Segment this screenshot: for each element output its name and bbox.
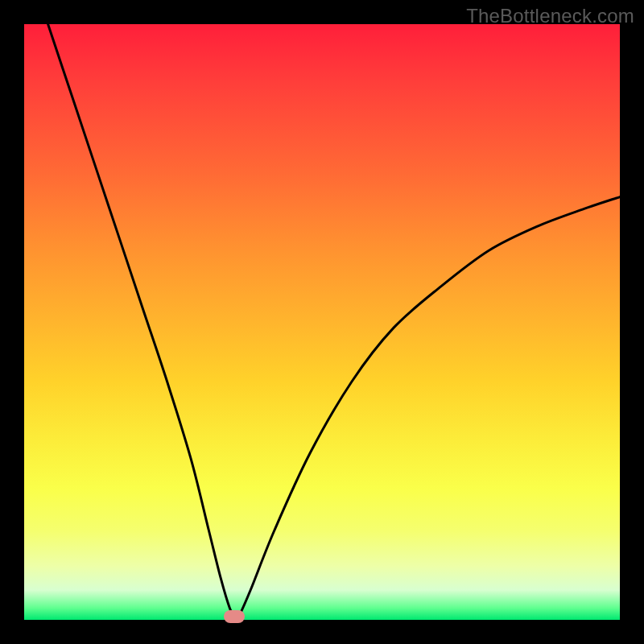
optimal-marker <box>224 610 245 623</box>
curve-svg <box>24 24 620 620</box>
bottleneck-curve <box>48 24 620 620</box>
chart-frame: TheBottleneck.com <box>0 0 644 644</box>
plot-area <box>24 24 620 620</box>
